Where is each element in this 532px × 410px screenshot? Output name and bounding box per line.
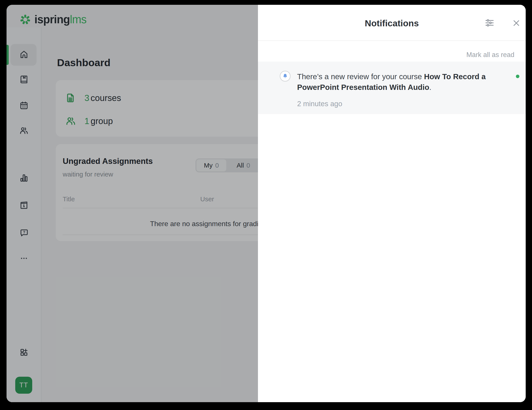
mark-all-as-read-link[interactable]: Mark all as read: [466, 51, 514, 59]
app-window: ispringlms: [7, 5, 526, 402]
bell-icon: [282, 73, 288, 79]
unread-indicator-dot[interactable]: [516, 75, 519, 78]
notifications-panel: Notifications Mark all as read: [258, 5, 526, 402]
close-button[interactable]: [511, 18, 521, 28]
notification-timestamp: 2 minutes ago: [297, 100, 342, 108]
notification-avatar: [280, 71, 291, 82]
notification-text: There’s a new review for your course How…: [297, 71, 515, 93]
header-divider: [258, 40, 526, 41]
close-icon: [512, 18, 521, 28]
notifications-header: Notifications: [258, 5, 526, 41]
sliders-icon: [484, 18, 495, 28]
notification-text-prefix: There’s a new review for your course: [297, 72, 424, 81]
notification-text-suffix: .: [429, 83, 431, 91]
notification-settings-button[interactable]: [484, 17, 495, 28]
